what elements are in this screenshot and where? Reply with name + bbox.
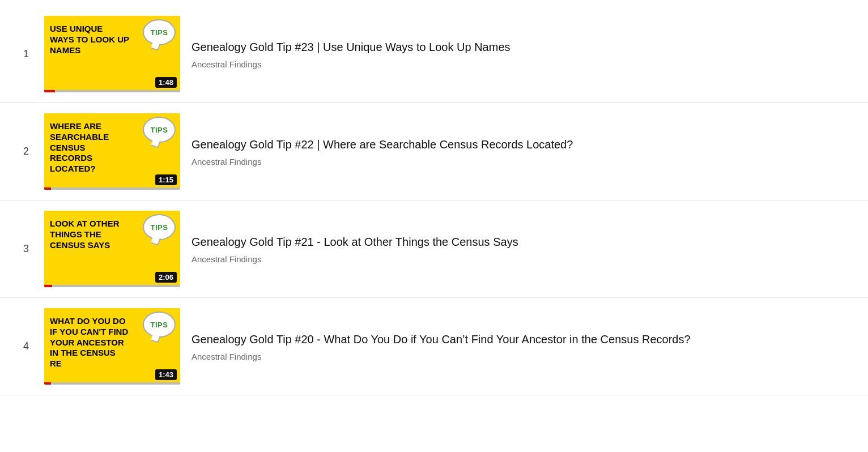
- thumbnail-text-2: WHERE ARE SEARCHABLE CENSUS RECORDS LOCA…: [50, 121, 129, 174]
- item-number-4: 4: [17, 340, 35, 352]
- item-channel-2: Ancestral Findings: [192, 157, 573, 167]
- item-channel-4: Ancestral Findings: [192, 352, 691, 361]
- item-title-2: Genealogy Gold Tip #22 | Where are Searc…: [192, 137, 573, 152]
- progress-bar-1: [44, 90, 180, 92]
- item-title-4: Genealogy Gold Tip #20 - What Do You Do …: [192, 332, 691, 347]
- item-number-2: 2: [17, 146, 35, 157]
- thumbnail-text-4: WHAT DO YOU DO IF YOU CAN'T FIND YOUR AN…: [50, 316, 129, 369]
- tips-bubble-3: TIPS: [143, 214, 176, 244]
- playlist-container: 1 USE UNIQUE WAYS TO LOOK UP NAMES TIPS …: [0, 0, 868, 401]
- item-channel-1: Ancestral Findings: [192, 59, 510, 69]
- tips-label-1: TIPS: [151, 28, 168, 37]
- item-info-1: Genealogy Gold Tip #23 | Use Unique Ways…: [192, 40, 510, 69]
- playlist-item-2[interactable]: 2 WHERE ARE SEARCHABLE CENSUS RECORDS LO…: [0, 103, 868, 201]
- tips-bubble-2: TIPS: [143, 117, 176, 146]
- duration-badge-4: 1:43: [155, 369, 177, 380]
- thumbnail-text-1: USE UNIQUE WAYS TO LOOK UP NAMES: [50, 24, 129, 56]
- item-info-3: Genealogy Gold Tip #21 - Look at Other T…: [192, 234, 518, 264]
- item-number-1: 1: [17, 48, 35, 60]
- thumbnail-3: LOOK AT OTHER THINGS THE CENSUS SAYS TIP…: [44, 211, 180, 287]
- item-channel-3: Ancestral Findings: [192, 254, 518, 264]
- playlist-item-3[interactable]: 3 LOOK AT OTHER THINGS THE CENSUS SAYS T…: [0, 201, 868, 298]
- thumbnail-4: WHAT DO YOU DO IF YOU CAN'T FIND YOUR AN…: [44, 308, 180, 385]
- tips-label-3: TIPS: [151, 223, 168, 232]
- item-info-4: Genealogy Gold Tip #20 - What Do You Do …: [192, 332, 691, 361]
- progress-bar-2: [44, 187, 180, 190]
- thumbnail-2: WHERE ARE SEARCHABLE CENSUS RECORDS LOCA…: [44, 113, 180, 190]
- thumbnail-1: USE UNIQUE WAYS TO LOOK UP NAMES TIPS 1:…: [44, 16, 180, 92]
- tips-bubble-1: TIPS: [143, 19, 176, 49]
- playlist-item-4[interactable]: 4 WHAT DO YOU DO IF YOU CAN'T FIND YOUR …: [0, 298, 868, 395]
- tips-bubble-4: TIPS: [143, 312, 176, 341]
- progress-bar-4: [44, 382, 180, 385]
- duration-badge-2: 1:15: [155, 174, 177, 185]
- thumbnail-text-3: LOOK AT OTHER THINGS THE CENSUS SAYS: [50, 219, 129, 250]
- item-title-3: Genealogy Gold Tip #21 - Look at Other T…: [192, 234, 518, 250]
- tips-label-4: TIPS: [151, 321, 168, 329]
- item-title-1: Genealogy Gold Tip #23 | Use Unique Ways…: [192, 40, 510, 55]
- item-info-2: Genealogy Gold Tip #22 | Where are Searc…: [192, 137, 573, 167]
- progress-bar-3: [44, 285, 180, 287]
- tips-label-2: TIPS: [151, 126, 168, 134]
- duration-badge-1: 1:48: [155, 77, 177, 88]
- duration-badge-3: 2:06: [155, 272, 177, 283]
- playlist-item-1[interactable]: 1 USE UNIQUE WAYS TO LOOK UP NAMES TIPS …: [0, 6, 868, 103]
- item-number-3: 3: [17, 243, 35, 255]
